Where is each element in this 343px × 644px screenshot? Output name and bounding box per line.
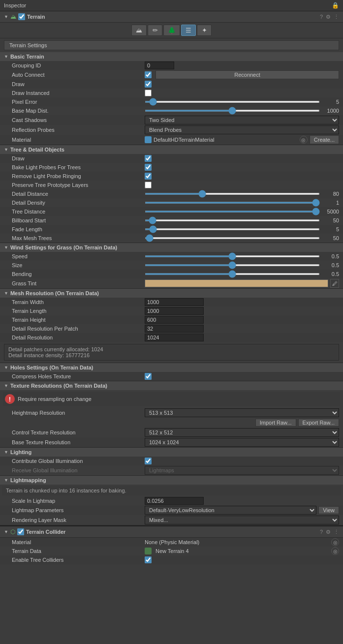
grass-tint-color-swatch[interactable]	[145, 279, 328, 287]
scale-lightmap-input[interactable]	[145, 497, 204, 505]
settings-icon[interactable]: ⚙	[326, 14, 331, 20]
grouping-id-row: Grouping ID	[0, 61, 343, 70]
export-raw-button[interactable]: Export Raw...	[298, 419, 339, 427]
receive-gi-dropdown[interactable]: Lightmaps	[145, 466, 339, 475]
reconnect-button[interactable]: Reconnect	[156, 70, 339, 79]
terrain-length-row: Terrain Length	[0, 307, 343, 315]
import-raw-button[interactable]: Import Raw...	[255, 419, 296, 427]
terrain-data-label: Terrain Data	[12, 548, 145, 554]
draw-checkbox[interactable]	[145, 81, 152, 88]
lighting-header[interactable]: ▼ Lighting	[0, 448, 343, 457]
eyedropper-button[interactable]: 🖉	[330, 279, 339, 288]
tree-detail-title: Tree & Detail Objects	[10, 147, 64, 153]
collider-menu-icon[interactable]: ⋮	[334, 529, 339, 535]
cast-shadows-dropdown[interactable]: Two Sided Off On Shadows Only	[145, 116, 339, 124]
mesh-resolution-header[interactable]: ▼ Mesh Resolution (On Terrain Data)	[0, 289, 343, 298]
wind-settings-header[interactable]: ▼ Wind Settings for Grass (On Terrain Da…	[0, 243, 343, 252]
inspector-header: Inspector 🔒	[0, 0, 343, 11]
terrain-collider-enabled-checkbox[interactable]	[17, 528, 24, 535]
lightmapping-header[interactable]: ▼ Lightmapping	[0, 476, 343, 485]
bending-slider[interactable]	[145, 273, 320, 275]
detail-distance-slider[interactable]	[145, 193, 320, 195]
holes-settings-header[interactable]: ▼ Holes Settings (On Terrain Data)	[0, 363, 343, 372]
detail-res-per-patch-input[interactable]	[145, 325, 204, 333]
terrain-settings-toolbar-button[interactable]: ☰	[181, 25, 196, 36]
max-mesh-trees-label: Max Mesh Trees	[12, 235, 145, 241]
grouping-id-input[interactable]	[145, 61, 174, 69]
speed-slider[interactable]	[145, 255, 320, 257]
rendering-layer-mask-dropdown[interactable]: Mixed...	[145, 516, 339, 524]
paint-detail-button[interactable]: ✏	[148, 25, 162, 36]
detail-density-slider[interactable]	[145, 202, 320, 204]
create-material-button[interactable]: Create...	[310, 135, 339, 144]
bending-row: Bending 0.5	[0, 270, 343, 278]
expand-collider-arrow-icon[interactable]: ▼	[4, 529, 8, 534]
base-map-dist-slider[interactable]	[145, 110, 320, 112]
terrain-enabled-checkbox[interactable]	[18, 13, 25, 20]
control-texture-resolution-dropdown[interactable]: 512 x 512 256 x 256 1024 x 1024	[145, 428, 339, 437]
paint-terrain-button[interactable]: ⛰	[131, 25, 147, 36]
terrain-settings-button[interactable]: Terrain Settings	[4, 40, 339, 50]
grass-tint-value: 🖉	[145, 279, 339, 288]
fade-length-value: 5	[145, 226, 339, 232]
texture-resolutions-header[interactable]: ▼ Texture Resolutions (On Terrain Data)	[0, 381, 343, 390]
heightmap-resolution-label: Heightmap Resolution	[12, 410, 145, 416]
terrain-height-input[interactable]	[145, 316, 204, 324]
fade-length-slider[interactable]	[145, 228, 320, 230]
compress-holes-checkbox[interactable]	[145, 373, 152, 380]
reflection-probes-dropdown[interactable]: Blend Probes Off Blend Probes And Skybox…	[145, 125, 339, 134]
basic-terrain-header[interactable]: ▼ Basic Terrain	[0, 52, 343, 61]
view-lightmap-params-button[interactable]: View	[318, 506, 339, 514]
scale-lightmap-value	[145, 497, 339, 505]
preserve-tree-checkbox[interactable]	[145, 182, 152, 188]
tree-detail-header[interactable]: ▼ Tree & Detail Objects	[0, 145, 343, 154]
remove-light-probe-checkbox[interactable]	[145, 173, 152, 180]
lighting-title: Lighting	[10, 449, 31, 455]
collider-material-name: None (Physic Material)	[145, 539, 329, 545]
tree-distance-slider[interactable]	[145, 211, 320, 213]
terrain-width-input[interactable]	[145, 298, 204, 306]
terrain-component-icons: ? ⚙ ⋮	[320, 14, 339, 20]
draw-row: Draw	[0, 80, 343, 89]
menu-icon[interactable]: ⋮	[334, 14, 339, 20]
billboard-start-slider[interactable]	[145, 219, 320, 221]
tree-distance-row: Tree Distance 5000	[0, 207, 343, 216]
material-select-button[interactable]: ◎	[300, 136, 308, 144]
base-map-dist-value: 1000	[145, 108, 339, 114]
contribute-gi-checkbox[interactable]	[145, 458, 152, 464]
terrain-length-input[interactable]	[145, 307, 204, 315]
fade-length-row: Fade Length 5	[0, 225, 343, 234]
detail-resolution-input[interactable]	[145, 334, 204, 341]
control-texture-resolution-value: 512 x 512 256 x 256 1024 x 1024	[145, 428, 339, 437]
lightmap-params-dropdown[interactable]: Default-VeryLowResolution	[145, 506, 316, 515]
enable-tree-colliders-checkbox[interactable]	[145, 556, 152, 563]
pixel-error-slider[interactable]	[145, 101, 320, 103]
terrain-extra-button[interactable]: ✦	[197, 25, 212, 36]
heightmap-resolution-dropdown[interactable]: 513 x 513 257 x 257 1025 x 1025	[145, 408, 339, 417]
auto-connect-checkbox[interactable]	[145, 71, 152, 78]
tree-draw-checkbox[interactable]	[145, 155, 152, 162]
detail-resolution-row: Detail Resolution	[0, 333, 343, 342]
base-texture-resolution-dropdown[interactable]: 1024 x 1024 512 x 512 2048 x 2048	[145, 438, 339, 447]
bake-light-probes-checkbox[interactable]	[145, 164, 152, 171]
max-mesh-trees-slider[interactable]	[145, 237, 320, 239]
cast-shadows-label: Cast Shadows	[12, 117, 145, 123]
base-texture-resolution-row: Base Texture Resolution 1024 x 1024 512 …	[0, 437, 343, 447]
collider-settings-icon[interactable]: ⚙	[326, 529, 331, 535]
terrain-data-select-button[interactable]: ◎	[331, 547, 339, 555]
tree-paint-button[interactable]: 🌲	[163, 25, 180, 36]
lightmapping-arrow: ▼	[4, 478, 8, 483]
draw-instanced-checkbox[interactable]	[145, 90, 152, 96]
scale-lightmap-label: Scale In Lightmap	[12, 498, 145, 504]
texture-warning-box: ! Require resampling on change	[3, 392, 340, 406]
max-mesh-trees-display: 50	[322, 235, 339, 241]
expand-arrow-icon[interactable]: ▼	[4, 14, 8, 19]
tree-draw-label: Draw	[12, 155, 145, 161]
scale-lightmap-row: Scale In Lightmap	[0, 496, 343, 505]
help-icon[interactable]: ?	[320, 14, 323, 20]
lock-icon[interactable]: 🔒	[332, 2, 339, 9]
detail-distance-value: 80	[145, 191, 339, 197]
collider-material-select-button[interactable]: ◎	[331, 538, 339, 546]
collider-help-icon[interactable]: ?	[320, 529, 323, 535]
size-slider[interactable]	[145, 264, 320, 266]
